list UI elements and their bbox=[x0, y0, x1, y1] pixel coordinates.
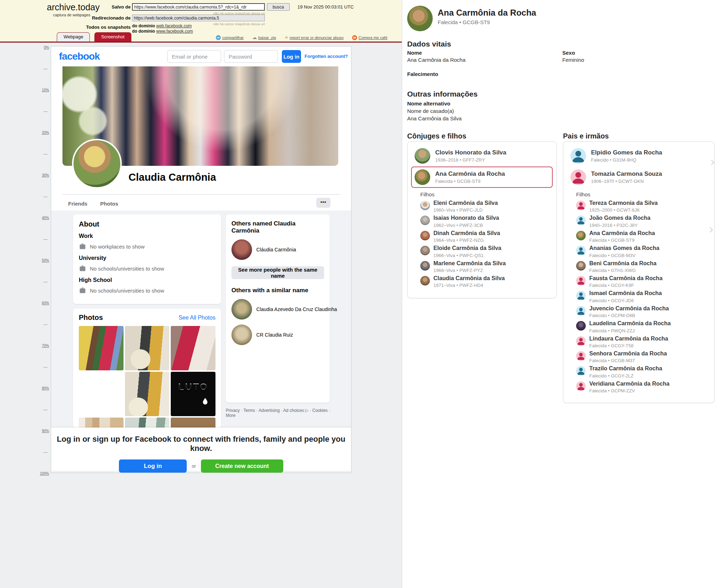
facebook-logo[interactable]: facebook bbox=[59, 51, 100, 62]
ruler-percent-label[interactable]: 40% bbox=[37, 216, 49, 220]
tab-webpage[interactable]: Webpage bbox=[57, 32, 90, 42]
redirected-url-input[interactable] bbox=[132, 15, 265, 21]
person-row[interactable]: Ana Carmônia da Rocha Falecida • GCGB-ST… bbox=[411, 167, 553, 188]
ruler-percent-label[interactable]: 20% bbox=[37, 131, 49, 135]
suggested-profile[interactable]: Claudia Azevedo Da Cruz Claudinha bbox=[231, 299, 324, 320]
ruler-tick bbox=[43, 410, 48, 410]
ruler-percent-label[interactable]: 0% bbox=[37, 45, 49, 49]
avatar bbox=[576, 321, 586, 331]
person-row-detail: Falecida • GCGB-ST9 bbox=[435, 179, 505, 184]
see-more-same-name-button[interactable]: See more people with the same name bbox=[231, 266, 324, 279]
children-label: Filhos bbox=[420, 191, 553, 197]
search-button[interactable]: busca bbox=[267, 3, 290, 11]
photo-thumbnail[interactable] bbox=[79, 372, 124, 416]
person-row[interactable]: Tomazia Carmona Souza 1906–1970 • GCWT-G… bbox=[567, 167, 711, 188]
person-row-detail: Falecida • GCGB-M37 bbox=[589, 358, 667, 363]
ruler-tick bbox=[43, 111, 48, 112]
about-empty-text: No workplaces to show bbox=[90, 244, 144, 250]
person-silhouette-icon bbox=[576, 336, 586, 346]
person-row[interactable]: Ana Carmônia da Rocha Falecida • GCGB-ST… bbox=[567, 229, 711, 244]
photo-thumbnail[interactable] bbox=[125, 418, 170, 428]
screen: archive.today captura de webpages Salvo … bbox=[0, 0, 727, 588]
person-row-detail: 1936–2018 • GFF7-ZRY bbox=[435, 157, 506, 163]
avatar bbox=[576, 291, 586, 300]
person-row[interactable]: João Gomes da Rocha 1940–2016 • P32C-J8Y bbox=[567, 214, 711, 229]
photo-thumbnail[interactable]: COLEGIO MUNICIP bbox=[171, 418, 215, 428]
divider bbox=[62, 194, 340, 195]
person-row[interactable]: Fausta Carmônia da Rocha Falecida • GCGY… bbox=[567, 274, 711, 289]
person-row[interactable]: Marlene Carmônia da Silva 1968–Viva • PW… bbox=[411, 259, 553, 274]
photo-thumbnail[interactable] bbox=[125, 372, 170, 416]
person-row[interactable]: Tereza Carmonia da Silva 1925–2000 • GCW… bbox=[567, 199, 711, 214]
profile-tabs: FriendsPhotos bbox=[63, 197, 123, 210]
person-row[interactable]: Isaias Honorato da Silva 1962–Vivo • PWF… bbox=[411, 214, 553, 229]
photo-thumbnail[interactable] bbox=[79, 418, 124, 428]
ruler-percent-label[interactable]: 60% bbox=[37, 301, 49, 305]
person-row[interactable]: Ismael Carmônia da Rocha Falecido • GCGY… bbox=[567, 289, 711, 304]
email-field[interactable] bbox=[167, 50, 221, 63]
alt-name-label: Nome alternativo bbox=[407, 100, 450, 107]
person-row[interactable]: Lindaura Carmônia da Rocha Falecida • GC… bbox=[567, 334, 711, 349]
others-named-card: Others named Claudia Carmônia Cláudia Ca… bbox=[226, 214, 330, 403]
person-status: Falecida • GCGB-ST9 bbox=[438, 19, 490, 25]
cta-login-button[interactable]: Log in bbox=[119, 459, 187, 473]
person-row[interactable]: Trazilo Carmônia da Rocha Falecido • GCG… bbox=[567, 364, 711, 379]
person-row-name: Laudelina Carmônia da Rocha bbox=[589, 320, 671, 327]
see-all-photos-link[interactable]: See All Photos bbox=[179, 315, 215, 321]
sex-label: Sexo bbox=[562, 50, 575, 56]
married-name-label: Nome de casado(a) bbox=[407, 108, 454, 114]
person-row[interactable]: Ananias Gomes da Rocha Falecido • GCGB-M… bbox=[567, 244, 711, 259]
password-field[interactable] bbox=[224, 50, 278, 63]
person-row[interactable]: Juvencio Carmônia da Rocha Falecido • GC… bbox=[567, 304, 711, 319]
person-row[interactable]: Elpidio Gomes da Rocha Falecido • G31M-9… bbox=[567, 145, 711, 167]
ruler-percent-label[interactable]: 30% bbox=[37, 173, 49, 177]
create-account-button[interactable]: Create new account bbox=[201, 459, 283, 473]
archive-header: archive.today captura de webpages Salvo … bbox=[0, 0, 402, 43]
person-portrait[interactable] bbox=[407, 6, 433, 31]
person-row[interactable]: Veridiana Carmônia da Rocha Falecida • G… bbox=[567, 380, 711, 394]
ruler-tick bbox=[43, 325, 48, 325]
saved-url-input[interactable] bbox=[132, 3, 265, 11]
person-row-detail: 1940–2016 • P32C-J8Y bbox=[589, 223, 651, 228]
person-row[interactable]: Claudia Carmônia da Silva 1971–Viva • PW… bbox=[411, 274, 553, 289]
person-row[interactable]: Eloide Carmônia da Silva 1966–Viva • PWF… bbox=[411, 244, 553, 259]
ruler-percent-label[interactable]: 50% bbox=[37, 258, 49, 262]
photos-title: Photos bbox=[79, 314, 103, 322]
person-row-name: Dinah Carmônia da Silva bbox=[433, 230, 500, 236]
avatar bbox=[576, 246, 586, 255]
ruler-percent-label[interactable]: 80% bbox=[37, 386, 49, 390]
domain-prefix: do domínio bbox=[132, 23, 155, 28]
ruler-percent-label[interactable]: 100% bbox=[37, 472, 49, 475]
ruler-percent-label[interactable]: 90% bbox=[37, 429, 49, 433]
domain-link[interactable]: web.facebook.com bbox=[156, 23, 192, 28]
person-row[interactable]: Clovis Honorato da Silva 1936–2018 • GFF… bbox=[411, 145, 553, 167]
photo-thumbnail[interactable] bbox=[171, 326, 215, 370]
person-row-name: Claudia Carmônia da Silva bbox=[433, 275, 505, 282]
photo-thumbnail[interactable]: LUTO bbox=[171, 372, 215, 416]
person-row[interactable]: Senhora Carmônia da Rocha Falecida • GCG… bbox=[567, 349, 711, 364]
profile-tab[interactable]: Photos bbox=[95, 197, 123, 210]
person-row[interactable]: Eleni Carmônia da Silva 1960–Viva • PWFC… bbox=[411, 199, 553, 214]
about-section-heading: Work bbox=[79, 233, 215, 239]
suggested-profile[interactable]: Cláudia Carmônia bbox=[231, 239, 324, 260]
more-options-button[interactable]: ••• bbox=[316, 198, 330, 208]
photo-thumbnail[interactable] bbox=[125, 326, 170, 370]
login-button[interactable]: Log in bbox=[282, 50, 301, 63]
similar-name-list: Claudia Azevedo Da Cruz Claudinha CR Cla… bbox=[231, 299, 324, 345]
person-row[interactable]: Laudelina Carmônia da Rocha Falecida • P… bbox=[567, 319, 711, 334]
ruler-percent-label[interactable]: 10% bbox=[37, 88, 49, 92]
facebook-page: facebook Log in Forgotten account? Claud… bbox=[51, 46, 351, 473]
profile-picture[interactable] bbox=[72, 139, 122, 189]
archive-pane: archive.today captura de webpages Salvo … bbox=[0, 0, 402, 588]
person-row[interactable]: Dinah Carmônia da Silva 1964–Viva • PWFZ… bbox=[411, 229, 553, 244]
forgotten-account-link[interactable]: Forgotten account? bbox=[305, 54, 348, 59]
suggested-profile[interactable]: CR Claudia Ruiz bbox=[231, 325, 324, 345]
person-row-name: Marlene Carmônia da Silva bbox=[433, 260, 506, 267]
tab-screenshot[interactable]: Screenshot bbox=[94, 32, 131, 42]
person-row-name: Tereza Carmonia da Silva bbox=[589, 200, 658, 206]
profile-tab[interactable]: Friends bbox=[63, 197, 92, 210]
facebook-footer-links[interactable]: Privacy · Terms · Advertising · Ad choic… bbox=[226, 408, 332, 418]
ruler-percent-label[interactable]: 70% bbox=[37, 344, 49, 348]
person-row[interactable]: Beni Carmônia da Rocha Falecida • GTH1-X… bbox=[567, 259, 711, 274]
photo-thumbnail[interactable] bbox=[79, 326, 124, 370]
